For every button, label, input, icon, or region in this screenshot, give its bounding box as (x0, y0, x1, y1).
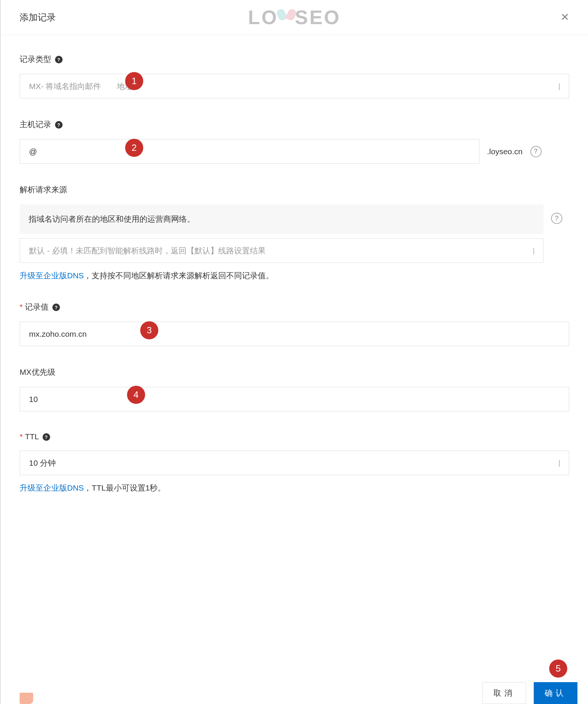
dialog-add-record: 添加记录 LO SEO ✕ 记录类型 ? MX- 将域名指向邮件XXX地址 1 (0, 0, 588, 704)
help-outline-icon[interactable]: ? (551, 213, 562, 224)
record-type-value-p1: MX- 将域名指向邮件 (29, 82, 101, 90)
record-value-label: *记录值 ? (20, 302, 569, 312)
record-type-select[interactable]: MX- 将域名指向邮件XXX地址 (20, 74, 569, 98)
ttl-value: 10 分钟 (29, 458, 559, 468)
upgrade-dns-tail: ，TTL最小可设置1秒。 (84, 483, 165, 492)
request-source-select[interactable]: 默认 - 必填！未匹配到智能解析线路时，返回【默认】线路设置结果 (20, 238, 544, 263)
step-marker-3: 3 (140, 321, 158, 339)
step-marker-4: 4 (127, 386, 145, 404)
logo-text-right: SEO (295, 6, 341, 29)
record-value-group: *记录值 ? 3 (20, 302, 569, 346)
domain-suffix: .loyseo.cn (487, 147, 523, 156)
request-source-label: 解析请求来源 (20, 184, 569, 195)
mx-priority-label: MX优先级 (20, 367, 569, 377)
help-icon[interactable]: ? (55, 121, 63, 129)
bottom-strip (20, 693, 33, 704)
help-outline-icon[interactable]: ? (530, 146, 542, 157)
record-value-label-text: 记录值 (25, 302, 49, 311)
logo: LO SEO (248, 6, 341, 29)
logo-y-icon (277, 8, 296, 26)
dialog-header: 添加记录 LO SEO ✕ (1, 0, 588, 35)
close-icon[interactable]: ✕ (560, 12, 569, 23)
required-star: * (20, 302, 23, 311)
help-icon[interactable]: ? (52, 304, 60, 311)
ttl-select[interactable]: 10 分钟 (20, 451, 569, 475)
chevron-down-icon (559, 83, 560, 89)
request-source-tooltip: 指域名访问者所在的地区和使用的运营商网络。 (20, 204, 544, 234)
record-value-input-wrap[interactable] (20, 322, 569, 346)
help-icon[interactable]: ? (55, 56, 63, 63)
dialog-title: 添加记录 (20, 11, 56, 23)
request-source-hint: 升级至企业版DNS，支持按不同地区解析请求来源解析返回不同记录值。 (20, 270, 569, 281)
record-type-value: MX- 将域名指向邮件XXX地址 (29, 81, 559, 92)
form-body: 记录类型 ? MX- 将域名指向邮件XXX地址 1 主机记录 ? .loys (1, 35, 588, 493)
upgrade-dns-link[interactable]: 升级至企业版DNS (20, 483, 84, 492)
host-record-row: .loyseo.cn ? (20, 139, 569, 164)
ttl-hint: 升级至企业版DNS，TTL最小可设置1秒。 (20, 483, 569, 493)
mx-priority-input[interactable] (29, 395, 560, 404)
dialog-footer: 取消 确认 (1, 682, 588, 704)
ttl-group: *TTL ? 10 分钟 升级至企业版DNS，TTL最小可设置1秒。 (20, 432, 569, 493)
record-type-group: 记录类型 ? MX- 将域名指向邮件XXX地址 1 (20, 54, 569, 98)
cancel-button[interactable]: 取消 (482, 682, 526, 704)
request-source-group: 解析请求来源 指域名访问者所在的地区和使用的运营商网络。 默认 - 必填！未匹配… (20, 184, 569, 281)
record-value-input[interactable] (29, 330, 560, 339)
confirm-button[interactable]: 确认 (534, 682, 577, 704)
host-record-label: 主机记录 ? (20, 119, 569, 130)
host-record-label-text: 主机记录 (20, 120, 51, 129)
record-type-label-text: 记录类型 (20, 55, 51, 63)
mx-priority-input-wrap[interactable] (20, 387, 569, 411)
mx-priority-group: MX优先级 4 (20, 367, 569, 411)
ttl-label-text: TTL (25, 432, 39, 441)
help-icon[interactable]: ? (43, 433, 50, 441)
upgrade-dns-link[interactable]: 升级至企业版DNS (20, 271, 84, 280)
step-marker-5: 5 (549, 660, 567, 678)
request-source-value: 默认 - 必填！未匹配到智能解析线路时，返回【默认】线路设置结果 (29, 245, 533, 256)
chevron-down-icon (533, 248, 534, 254)
record-type-label: 记录类型 ? (20, 54, 569, 64)
request-source-row: 指域名访问者所在的地区和使用的运营商网络。 默认 - 必填！未匹配到智能解析线路… (20, 204, 569, 263)
strip-icon (20, 693, 33, 704)
ttl-label: *TTL ? (20, 432, 569, 441)
host-record-input-wrap[interactable] (20, 139, 479, 164)
required-star: * (20, 432, 23, 441)
step-marker-2: 2 (125, 139, 143, 157)
upgrade-dns-tail: ，支持按不同地区解析请求来源解析返回不同记录值。 (84, 271, 274, 280)
host-record-group: 主机记录 ? .loyseo.cn ? 2 (20, 119, 569, 164)
request-source-left: 指域名访问者所在的地区和使用的运营商网络。 默认 - 必填！未匹配到智能解析线路… (20, 204, 544, 263)
host-record-input[interactable] (29, 147, 470, 156)
logo-text-left: LO (248, 6, 278, 29)
chevron-down-icon (559, 460, 560, 466)
step-marker-1: 1 (125, 72, 143, 90)
